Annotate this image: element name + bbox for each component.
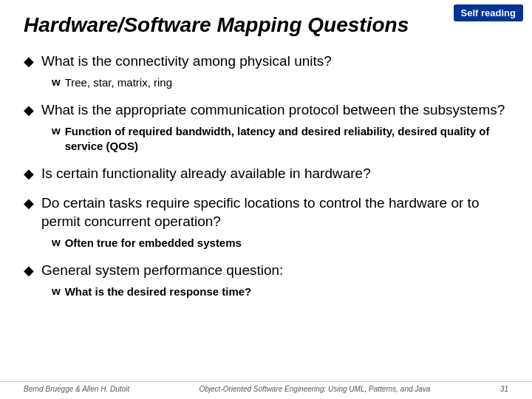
bullet-diamond-5: ◆ <box>24 262 34 279</box>
badge-label: Self reading <box>461 7 516 18</box>
bullet-4-text: Do certain tasks require specific locati… <box>41 194 508 231</box>
self-reading-badge: Self reading <box>454 4 523 21</box>
sub-w-icon-5: w <box>52 284 61 297</box>
bullet-1-text: What is the connectivity among physical … <box>41 52 332 71</box>
sub-bullets-5: w What is the desired response time? <box>52 284 508 299</box>
sub-w-icon-2: w <box>52 124 61 137</box>
bullet-section-4: ◆ Do certain tasks require specific loca… <box>24 194 508 251</box>
sub-w-icon: w <box>52 75 61 88</box>
sub-bullets-2: w Function of required bandwidth, latenc… <box>52 124 508 154</box>
bullet-5-text: General system performance question: <box>41 261 283 280</box>
bullet-section-3: ◆ Is certain functionality already avail… <box>24 164 508 183</box>
bullet-section-2: ◆ What is the appropriate communication … <box>24 100 508 154</box>
sub-bullets-1: w Tree, star, matrix, ring <box>52 75 508 90</box>
sub-bullet-2-1: w Function of required bandwidth, latenc… <box>52 124 508 154</box>
bullet-diamond-1: ◆ <box>24 53 34 69</box>
bullet-list: ◆ What is the connectivity among physica… <box>24 52 508 299</box>
sub-bullet-2-1-text: Function of required bandwidth, latency … <box>65 124 508 154</box>
footer-right: 31 <box>500 385 508 393</box>
sub-bullet-4-1-text: Often true for embedded systems <box>65 236 242 250</box>
bullet-section-1: ◆ What is the connectivity among physica… <box>24 52 508 90</box>
footer: Bernd Bruegge & Allen H. Dutoit Object-O… <box>0 381 532 393</box>
bullet-diamond-4: ◆ <box>24 195 34 211</box>
sub-bullet-1-1-text: Tree, star, matrix, ring <box>65 75 172 90</box>
sub-bullets-4: w Often true for embedded systems <box>52 236 508 250</box>
footer-center: Object-Oriented Software Engineering: Us… <box>144 385 485 393</box>
bullet-diamond-2: ◆ <box>24 102 34 118</box>
main-bullet-3: ◆ Is certain functionality already avail… <box>24 164 508 183</box>
main-bullet-5: ◆ General system performance question: <box>24 261 508 280</box>
main-bullet-2: ◆ What is the appropriate communication … <box>24 100 508 120</box>
bullet-diamond-3: ◆ <box>24 166 34 182</box>
footer-left: Bernd Bruegge & Allen H. Dutoit <box>24 385 129 393</box>
sub-bullet-5-1-text: What is the desired response time? <box>65 284 252 299</box>
bullet-section-5: ◆ General system performance question: w… <box>24 261 508 299</box>
page-title: Hardware/Software Mapping Questions <box>24 13 508 37</box>
sub-w-icon-4: w <box>52 236 61 248</box>
main-bullet-1: ◆ What is the connectivity among physica… <box>24 52 508 71</box>
sub-bullet-1-1: w Tree, star, matrix, ring <box>52 75 508 90</box>
sub-bullet-4-1: w Often true for embedded systems <box>52 236 508 250</box>
title-text: Hardware/Software Mapping Questions <box>24 13 409 36</box>
bullet-3-text: Is certain functionality already availab… <box>41 164 371 183</box>
sub-bullet-5-1: w What is the desired response time? <box>52 284 508 299</box>
main-bullet-4: ◆ Do certain tasks require specific loca… <box>24 194 508 231</box>
bullet-2-text: What is the appropriate communication pr… <box>41 100 505 120</box>
